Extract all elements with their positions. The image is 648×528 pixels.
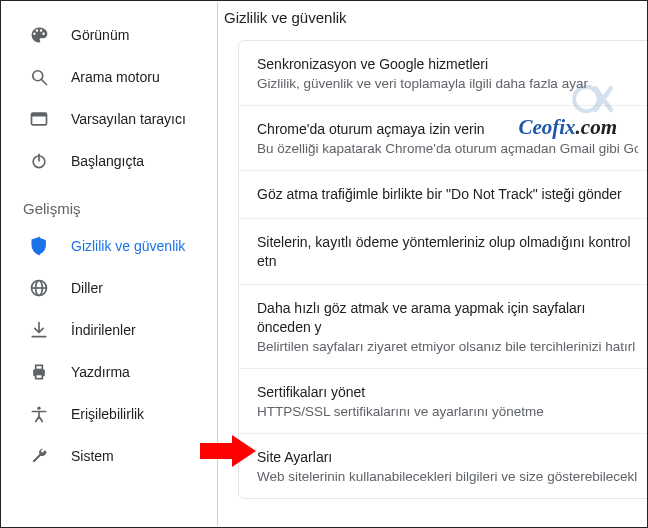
row-title: Sitelerin, kayıtlı ödeme yöntemleriniz o… — [257, 233, 638, 271]
sidebar-item-shield[interactable]: Gizlilik ve güvenlik — [1, 225, 217, 267]
sidebar-item-globe[interactable]: Diller — [1, 267, 217, 309]
sidebar-item-label: Sistem — [71, 448, 114, 464]
settings-row[interactable]: Site AyarlarıWeb sitelerinin kullanabile… — [239, 433, 648, 498]
row-title: Göz atma trafiğimle birlikte bir "Do Not… — [257, 185, 638, 204]
settings-row[interactable]: Göz atma trafiğimle birlikte bir "Do Not… — [239, 170, 648, 218]
palette-icon — [29, 25, 49, 45]
sidebar-item-label: Arama motoru — [71, 69, 160, 85]
row-subtitle: Belirtilen sayfaları ziyaret etmiyor ols… — [257, 339, 638, 354]
row-title: Daha hızlı göz atmak ve arama yapmak içi… — [257, 299, 638, 337]
sidebar-item-label: Diller — [71, 280, 103, 296]
row-title: Senkronizasyon ve Google hizmetleri — [257, 55, 638, 74]
sidebar-item-label: İndirilenler — [71, 322, 136, 338]
svg-rect-3 — [32, 113, 47, 116]
row-subtitle: Bu özelliği kapatarak Chrome'da oturum a… — [257, 141, 638, 156]
svg-rect-11 — [36, 365, 43, 369]
row-title: Sertifikaları yönet — [257, 383, 638, 402]
print-icon — [29, 362, 49, 382]
row-title: Chrome'da oturum açmaya izin verin — [257, 120, 638, 139]
settings-row[interactable]: Sertifikaları yönetHTTPS/SSL sertifikala… — [239, 368, 648, 433]
sidebar-section-advanced: Gelişmiş — [1, 182, 217, 225]
sidebar: GörünümArama motoruVarsayılan tarayıcıBa… — [1, 2, 218, 526]
sidebar-item-wrench[interactable]: Sistem — [1, 435, 217, 477]
settings-row[interactable]: Daha hızlı göz atmak ve arama yapmak içi… — [239, 284, 648, 368]
row-subtitle: Gizlilik, güvenlik ve veri toplamayla il… — [257, 76, 638, 91]
sidebar-item-label: Erişilebilirlik — [71, 406, 144, 422]
settings-row[interactable]: Senkronizasyon ve Google hizmetleriGizli… — [239, 41, 648, 105]
settings-card: Senkronizasyon ve Google hizmetleriGizli… — [238, 40, 648, 499]
sidebar-item-label: Gizlilik ve güvenlik — [71, 238, 185, 254]
sidebar-item-palette[interactable]: Görünüm — [1, 14, 217, 56]
browser-icon — [29, 109, 49, 129]
content: Gizlilik ve güvenlik Senkronizasyon ve G… — [218, 5, 648, 527]
row-title: Site Ayarları — [257, 448, 638, 467]
row-subtitle: HTTPS/SSL sertifikalarını ve ayarlarını … — [257, 404, 638, 419]
shield-icon — [29, 236, 49, 256]
sidebar-item-browser[interactable]: Varsayılan tarayıcı — [1, 98, 217, 140]
sidebar-item-label: Varsayılan tarayıcı — [71, 111, 186, 127]
sidebar-item-download[interactable]: İndirilenler — [1, 309, 217, 351]
sidebar-item-label: Görünüm — [71, 27, 129, 43]
power-icon — [29, 151, 49, 171]
download-icon — [29, 320, 49, 340]
sidebar-item-a11y[interactable]: Erişilebilirlik — [1, 393, 217, 435]
search-icon — [29, 67, 49, 87]
sidebar-item-print[interactable]: Yazdırma — [1, 351, 217, 393]
a11y-icon — [29, 404, 49, 424]
globe-icon — [29, 278, 49, 298]
sidebar-item-label: Yazdırma — [71, 364, 130, 380]
svg-rect-12 — [36, 375, 43, 379]
settings-row[interactable]: Chrome'da oturum açmaya izin verinBu öze… — [239, 105, 648, 170]
wrench-icon — [29, 446, 49, 466]
svg-line-1 — [42, 80, 47, 85]
sidebar-item-power[interactable]: Başlangıçta — [1, 140, 217, 182]
row-subtitle: Web sitelerinin kullanabilecekleri bilgi… — [257, 469, 638, 484]
sidebar-item-label: Başlangıçta — [71, 153, 144, 169]
svg-point-13 — [37, 407, 40, 410]
page-title: Gizlilik ve güvenlik — [220, 5, 648, 40]
sidebar-item-search[interactable]: Arama motoru — [1, 56, 217, 98]
settings-row[interactable]: Sitelerin, kayıtlı ödeme yöntemleriniz o… — [239, 218, 648, 285]
